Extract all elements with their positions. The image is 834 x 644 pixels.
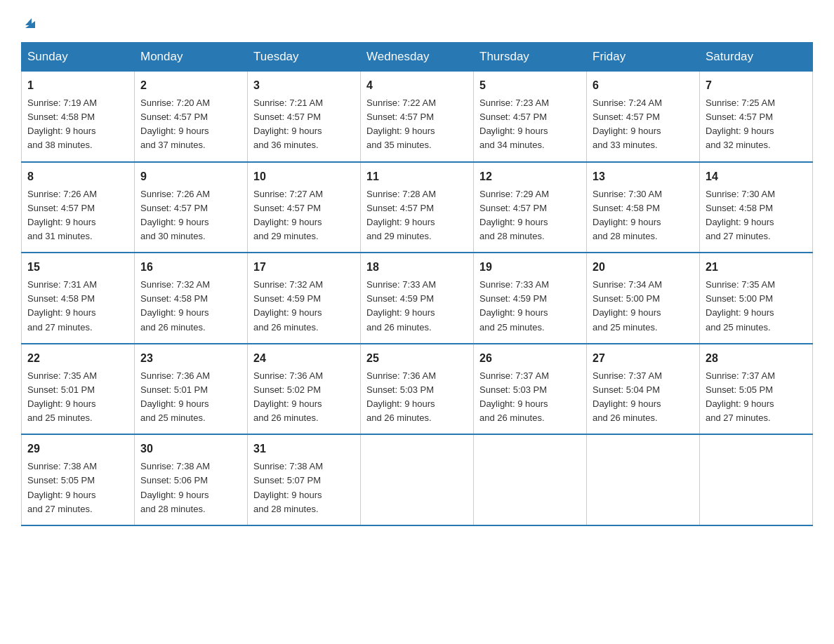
day-number: 5 xyxy=(479,77,581,94)
table-row: 1Sunrise: 7:19 AMSunset: 4:58 PMDaylight… xyxy=(22,72,135,162)
day-info: Sunrise: 7:25 AMSunset: 4:57 PMDaylight:… xyxy=(706,96,807,153)
day-info: Sunrise: 7:37 AMSunset: 5:04 PMDaylight:… xyxy=(593,369,694,426)
day-number: 16 xyxy=(140,259,241,276)
table-row: 2Sunrise: 7:20 AMSunset: 4:57 PMDaylight… xyxy=(135,72,248,162)
day-number: 31 xyxy=(253,441,355,457)
table-row: 25Sunrise: 7:36 AMSunset: 5:03 PMDayligh… xyxy=(361,344,474,435)
table-row: 7Sunrise: 7:25 AMSunset: 4:57 PMDaylight… xyxy=(700,72,813,162)
table-row: 10Sunrise: 7:27 AMSunset: 4:57 PMDayligh… xyxy=(248,162,361,253)
day-info: Sunrise: 7:26 AMSunset: 4:57 PMDaylight:… xyxy=(140,187,241,244)
table-row xyxy=(361,434,474,525)
day-number: 8 xyxy=(27,168,128,185)
day-info: Sunrise: 7:36 AMSunset: 5:03 PMDaylight:… xyxy=(366,369,468,426)
table-row: 14Sunrise: 7:30 AMSunset: 4:58 PMDayligh… xyxy=(700,162,813,253)
day-number: 25 xyxy=(366,350,468,367)
header-row: SundayMondayTuesdayWednesdayThursdayFrid… xyxy=(22,43,813,72)
week-row-5: 29Sunrise: 7:38 AMSunset: 5:05 PMDayligh… xyxy=(22,434,813,525)
header-cell-thursday: Thursday xyxy=(474,43,587,72)
table-row xyxy=(587,434,700,525)
day-number: 1 xyxy=(27,77,128,94)
day-number: 10 xyxy=(253,168,355,185)
table-row: 17Sunrise: 7:32 AMSunset: 4:59 PMDayligh… xyxy=(248,253,361,344)
day-number: 19 xyxy=(479,259,581,276)
table-row: 19Sunrise: 7:33 AMSunset: 4:59 PMDayligh… xyxy=(474,253,587,344)
week-row-3: 15Sunrise: 7:31 AMSunset: 4:58 PMDayligh… xyxy=(22,253,813,344)
day-info: Sunrise: 7:37 AMSunset: 5:03 PMDaylight:… xyxy=(479,369,581,426)
table-row: 13Sunrise: 7:30 AMSunset: 4:58 PMDayligh… xyxy=(587,162,700,253)
day-number: 30 xyxy=(140,441,241,457)
table-row: 4Sunrise: 7:22 AMSunset: 4:57 PMDaylight… xyxy=(361,72,474,162)
day-info: Sunrise: 7:32 AMSunset: 4:59 PMDaylight:… xyxy=(253,278,355,335)
day-info: Sunrise: 7:26 AMSunset: 4:57 PMDaylight:… xyxy=(27,187,128,244)
day-info: Sunrise: 7:35 AMSunset: 5:01 PMDaylight:… xyxy=(27,369,128,426)
day-info: Sunrise: 7:38 AMSunset: 5:05 PMDaylight:… xyxy=(27,459,128,516)
day-info: Sunrise: 7:36 AMSunset: 5:02 PMDaylight:… xyxy=(253,369,355,426)
day-info: Sunrise: 7:27 AMSunset: 4:57 PMDaylight:… xyxy=(253,187,355,244)
table-row: 24Sunrise: 7:36 AMSunset: 5:02 PMDayligh… xyxy=(248,344,361,435)
table-row: 3Sunrise: 7:21 AMSunset: 4:57 PMDaylight… xyxy=(248,72,361,162)
day-number: 3 xyxy=(253,77,355,94)
day-info: Sunrise: 7:35 AMSunset: 5:00 PMDaylight:… xyxy=(706,278,807,335)
table-row: 15Sunrise: 7:31 AMSunset: 4:58 PMDayligh… xyxy=(22,253,135,344)
header-cell-saturday: Saturday xyxy=(700,43,813,72)
day-info: Sunrise: 7:34 AMSunset: 5:00 PMDaylight:… xyxy=(593,278,694,335)
table-row xyxy=(700,434,813,525)
table-row: 18Sunrise: 7:33 AMSunset: 4:59 PMDayligh… xyxy=(361,253,474,344)
day-number: 7 xyxy=(706,77,807,94)
day-number: 11 xyxy=(366,168,468,185)
table-row: 9Sunrise: 7:26 AMSunset: 4:57 PMDaylight… xyxy=(135,162,248,253)
day-info: Sunrise: 7:20 AMSunset: 4:57 PMDaylight:… xyxy=(140,96,241,153)
day-info: Sunrise: 7:33 AMSunset: 4:59 PMDaylight:… xyxy=(366,278,468,335)
week-row-2: 8Sunrise: 7:26 AMSunset: 4:57 PMDaylight… xyxy=(22,162,813,253)
day-number: 21 xyxy=(706,259,807,276)
svg-marker-1 xyxy=(25,18,32,25)
day-number: 17 xyxy=(253,259,355,276)
table-row xyxy=(474,434,587,525)
day-number: 24 xyxy=(253,350,355,367)
table-row: 12Sunrise: 7:29 AMSunset: 4:57 PMDayligh… xyxy=(474,162,587,253)
table-row: 29Sunrise: 7:38 AMSunset: 5:05 PMDayligh… xyxy=(22,434,135,525)
header-cell-wednesday: Wednesday xyxy=(361,43,474,72)
table-row: 31Sunrise: 7:38 AMSunset: 5:07 PMDayligh… xyxy=(248,434,361,525)
header-cell-tuesday: Tuesday xyxy=(248,43,361,72)
day-info: Sunrise: 7:32 AMSunset: 4:58 PMDaylight:… xyxy=(140,278,241,335)
day-info: Sunrise: 7:21 AMSunset: 4:57 PMDaylight:… xyxy=(253,96,355,153)
table-row: 30Sunrise: 7:38 AMSunset: 5:06 PMDayligh… xyxy=(135,434,248,525)
table-row: 22Sunrise: 7:35 AMSunset: 5:01 PMDayligh… xyxy=(22,344,135,435)
day-info: Sunrise: 7:38 AMSunset: 5:06 PMDaylight:… xyxy=(140,459,241,516)
logo xyxy=(21,14,38,28)
day-number: 29 xyxy=(27,441,128,457)
table-row: 23Sunrise: 7:36 AMSunset: 5:01 PMDayligh… xyxy=(135,344,248,435)
table-row: 6Sunrise: 7:24 AMSunset: 4:57 PMDaylight… xyxy=(587,72,700,162)
table-row: 28Sunrise: 7:37 AMSunset: 5:05 PMDayligh… xyxy=(700,344,813,435)
day-number: 28 xyxy=(706,350,807,367)
day-number: 12 xyxy=(479,168,581,185)
day-info: Sunrise: 7:28 AMSunset: 4:57 PMDaylight:… xyxy=(366,187,468,244)
day-info: Sunrise: 7:38 AMSunset: 5:07 PMDaylight:… xyxy=(253,459,355,516)
day-info: Sunrise: 7:23 AMSunset: 4:57 PMDaylight:… xyxy=(479,96,581,153)
week-row-1: 1Sunrise: 7:19 AMSunset: 4:58 PMDaylight… xyxy=(22,72,813,162)
week-row-4: 22Sunrise: 7:35 AMSunset: 5:01 PMDayligh… xyxy=(22,344,813,435)
day-number: 18 xyxy=(366,259,468,276)
day-info: Sunrise: 7:24 AMSunset: 4:57 PMDaylight:… xyxy=(593,96,694,153)
day-number: 2 xyxy=(140,77,241,94)
day-number: 9 xyxy=(140,168,241,185)
table-row: 11Sunrise: 7:28 AMSunset: 4:57 PMDayligh… xyxy=(361,162,474,253)
header-cell-monday: Monday xyxy=(135,43,248,72)
logo-triangle-icon xyxy=(22,15,38,31)
day-info: Sunrise: 7:33 AMSunset: 4:59 PMDaylight:… xyxy=(479,278,581,335)
day-number: 20 xyxy=(593,259,694,276)
page-header xyxy=(21,14,813,28)
day-info: Sunrise: 7:30 AMSunset: 4:58 PMDaylight:… xyxy=(706,187,807,244)
day-number: 4 xyxy=(366,77,468,94)
table-row: 21Sunrise: 7:35 AMSunset: 5:00 PMDayligh… xyxy=(700,253,813,344)
calendar-table: SundayMondayTuesdayWednesdayThursdayFrid… xyxy=(21,42,813,526)
day-number: 26 xyxy=(479,350,581,367)
day-info: Sunrise: 7:36 AMSunset: 5:01 PMDaylight:… xyxy=(140,369,241,426)
header-cell-sunday: Sunday xyxy=(22,43,135,72)
day-info: Sunrise: 7:31 AMSunset: 4:58 PMDaylight:… xyxy=(27,278,128,335)
table-row: 26Sunrise: 7:37 AMSunset: 5:03 PMDayligh… xyxy=(474,344,587,435)
day-info: Sunrise: 7:30 AMSunset: 4:58 PMDaylight:… xyxy=(593,187,694,244)
day-number: 14 xyxy=(706,168,807,185)
table-row: 16Sunrise: 7:32 AMSunset: 4:58 PMDayligh… xyxy=(135,253,248,344)
